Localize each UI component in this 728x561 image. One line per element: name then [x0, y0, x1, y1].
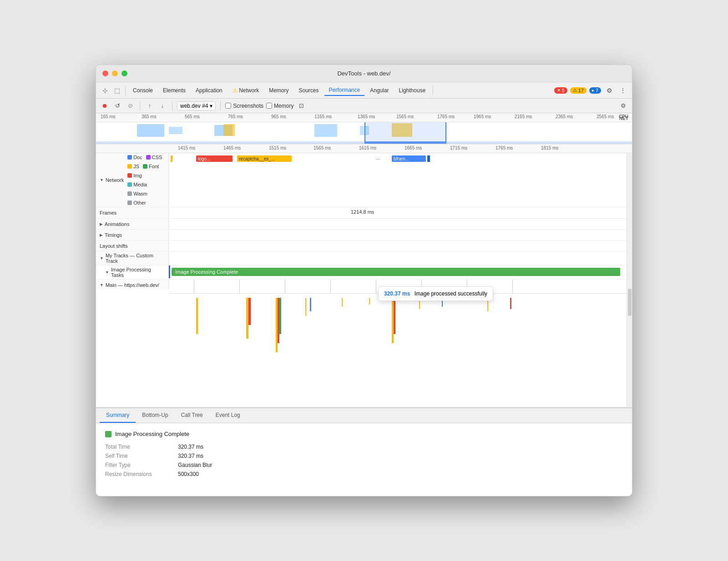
- settings-icon[interactable]: ⚙: [604, 85, 615, 96]
- tick-12: 2565 ms: [597, 114, 614, 119]
- tab-elements[interactable]: Elements: [158, 85, 190, 95]
- timeline-detail: 1415 ms 1465 ms 1515 ms 1565 ms 1615 ms …: [96, 144, 632, 408]
- main-thread-label[interactable]: ▼ Main — https://web.dev/: [96, 280, 169, 289]
- divider-3: [140, 101, 140, 110]
- tooltip-text: Image processed successfully: [415, 291, 487, 297]
- tab-memory[interactable]: Memory: [264, 85, 293, 95]
- flame-3: [248, 298, 251, 325]
- tick-2: 565 ms: [185, 114, 200, 119]
- perf-settings-icon[interactable]: ⚙: [618, 101, 628, 111]
- net-bar-logo[interactable]: logo...: [196, 155, 233, 162]
- tab-application[interactable]: Application: [191, 85, 227, 95]
- total-time-value: 320.37 ms: [178, 444, 203, 450]
- animations-label[interactable]: ▶ Animations: [96, 219, 169, 229]
- filter-type-value: Gaussian Blur: [178, 462, 212, 468]
- window-controls: [102, 70, 127, 76]
- download-button[interactable]: ↓: [157, 101, 167, 111]
- network-track-label[interactable]: ▼ Network Doc CSS JS Font Img Media Wasm…: [96, 153, 169, 207]
- main-thread-content[interactable]: 320.37 ms Image processed successfully: [169, 280, 627, 407]
- session-select[interactable]: web.dev #4 ▾: [177, 101, 216, 110]
- vtick-3: [330, 280, 331, 293]
- timings-content: [169, 230, 627, 240]
- custom-track-text: My Tracks — Custom Track: [106, 253, 165, 264]
- net-ellipsis: ...: [376, 155, 380, 160]
- collapse-icon: ▼: [100, 178, 104, 182]
- more-icon[interactable]: ⋮: [617, 85, 628, 96]
- upload-button[interactable]: ↑: [145, 101, 155, 111]
- info-badge[interactable]: ▸ 7: [589, 87, 601, 94]
- tick-4: 965 ms: [271, 114, 286, 119]
- resize-value: 500x300: [178, 471, 199, 477]
- tab-lighthouse[interactable]: Lighthouse: [394, 85, 430, 95]
- net-scrollbar: [627, 153, 632, 207]
- resize-label: Resize Dimensions: [105, 471, 178, 477]
- layout-shifts-label[interactable]: Layout shifts: [96, 240, 169, 251]
- bottom-tabs: Summary Bottom-Up Call Tree Event Log: [96, 408, 632, 423]
- img-processing-bar[interactable]: Image Processing Complete: [172, 268, 620, 276]
- filter-type-label: Filter Type: [105, 462, 178, 468]
- net-bar-recaptcha[interactable]: recaptcha__es_...: [237, 155, 292, 162]
- chevron-down-icon: ▾: [210, 103, 212, 109]
- summary-row-self-time: Self Time 320.37 ms: [105, 453, 623, 459]
- tab-console[interactable]: Console: [128, 85, 157, 95]
- tab-performance[interactable]: Performance: [324, 85, 365, 96]
- summary-row-filter-type: Filter Type Gaussian Blur: [105, 462, 623, 468]
- timings-label[interactable]: ▶ Timings: [96, 230, 169, 240]
- minimize-button[interactable]: [112, 70, 118, 76]
- overview-content[interactable]: [96, 122, 632, 144]
- scrollbar-thumb[interactable]: [628, 289, 632, 316]
- layout-shifts-content: [169, 240, 627, 251]
- animations-track-row: ▶ Animations: [96, 219, 632, 230]
- expand-icon-2: ▶: [100, 233, 103, 237]
- flame-10: [369, 298, 370, 305]
- tab-event-log[interactable]: Event Log: [209, 408, 247, 423]
- close-button[interactable]: [102, 70, 108, 76]
- warning-badge[interactable]: ⚠ 17: [570, 87, 586, 94]
- tab-summary[interactable]: Summary: [100, 408, 136, 423]
- tab-angular[interactable]: Angular: [365, 85, 393, 95]
- error-badge[interactable]: ✕ 5: [554, 87, 567, 94]
- reload-record-button[interactable]: ↺: [112, 101, 122, 111]
- record-button[interactable]: ⏺: [100, 101, 110, 111]
- tab-bottom-up[interactable]: Bottom-Up: [136, 408, 174, 423]
- detail-tick-2: 1515 ms: [269, 145, 286, 150]
- detail-tick-6: 1715 ms: [450, 145, 467, 150]
- img-processing-label[interactable]: ▼ Image Processing Tasks: [96, 265, 169, 279]
- vtick-1: [239, 280, 240, 293]
- legend-css: CSS: [146, 155, 162, 160]
- frames-content[interactable]: 1214.8 ms: [169, 207, 627, 218]
- main-scrollbar[interactable]: [627, 280, 632, 407]
- screenshot-icon[interactable]: ⊡: [296, 101, 306, 111]
- flame-1: [196, 298, 198, 334]
- flame-8: [310, 298, 311, 311]
- warning-count: 17: [578, 88, 584, 93]
- tab-call-tree[interactable]: Call Tree: [175, 408, 209, 423]
- detail-tick-1: 1465 ms: [223, 145, 241, 150]
- detail-ruler: 1415 ms 1465 ms 1515 ms 1565 ms 1615 ms …: [96, 144, 632, 153]
- custom-track-header: ▼ My Tracks — Custom Track: [96, 251, 632, 265]
- tab-sources[interactable]: Sources: [294, 85, 323, 95]
- screenshots-checkbox[interactable]: Screenshots: [225, 103, 263, 109]
- tab-network[interactable]: ⚠ ⚠ NetworkNetwork: [228, 85, 263, 95]
- flame-16: [510, 298, 511, 309]
- legend-font: Font: [143, 164, 159, 169]
- img-processing-content[interactable]: Image Processing Complete: [169, 265, 627, 278]
- divider-5: [220, 101, 221, 110]
- clear-button[interactable]: ⊘: [125, 101, 135, 111]
- timeline-selection[interactable]: [364, 122, 446, 144]
- frames-label[interactable]: Frames: [96, 207, 169, 218]
- timings-label-text: Timings: [105, 232, 122, 238]
- network-label-text: Network: [106, 177, 124, 183]
- memory-checkbox[interactable]: Memory: [266, 103, 293, 109]
- custom-track-label[interactable]: ▼ My Tracks — Custom Track: [96, 251, 169, 265]
- network-track-content[interactable]: logo... recaptcha__es_... ... bfram...: [169, 153, 627, 164]
- maximize-button[interactable]: [121, 70, 127, 76]
- timeline-overview[interactable]: 165 ms 365 ms 565 ms 765 ms 965 ms 1165 …: [96, 113, 632, 144]
- net-bar-bframe[interactable]: bfram...: [392, 155, 426, 162]
- tooltip-time: 320.37 ms: [384, 291, 410, 297]
- device-icon[interactable]: ⬚: [111, 85, 122, 96]
- pointer-icon[interactable]: ⊹: [100, 85, 111, 96]
- tick-11: 2365 ms: [556, 114, 573, 119]
- frame-marker: 1214.8 ms: [351, 209, 374, 215]
- vtick-2: [285, 280, 285, 293]
